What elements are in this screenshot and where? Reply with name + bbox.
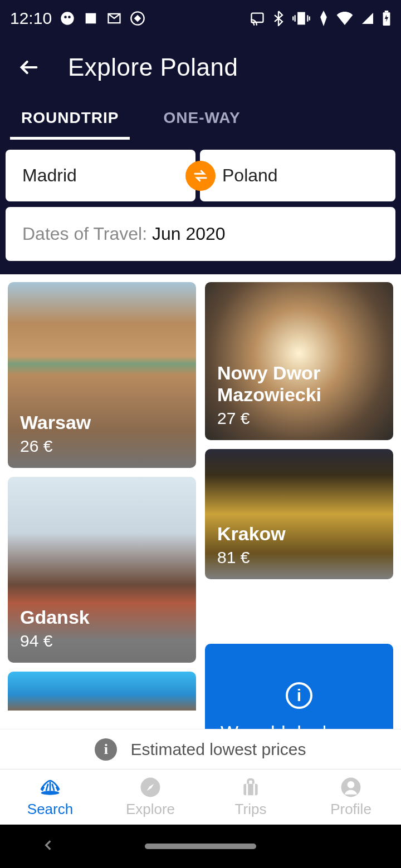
results-area: Warsaw 26 € Nowy Dwor Mazowiecki 27 € Gd… xyxy=(0,274,401,769)
system-home-pill[interactable] xyxy=(145,844,256,849)
trip-type-tabs: ROUNDTRIP ONE-WAY xyxy=(0,101,401,140)
back-button[interactable] xyxy=(16,54,42,81)
nav-trips[interactable]: Trips xyxy=(200,770,301,825)
svg-rect-3 xyxy=(86,13,96,24)
tab-roundtrip[interactable]: ROUNDTRIP xyxy=(10,101,130,140)
svg-rect-6 xyxy=(252,13,263,22)
gmail-icon xyxy=(106,11,122,26)
nav-label: Search xyxy=(27,801,73,818)
app-icon-1 xyxy=(60,11,75,26)
card-price: 81 € xyxy=(217,548,381,567)
destination-card-krakow[interactable]: Krakow 81 € xyxy=(205,449,393,579)
swap-button[interactable] xyxy=(185,161,216,191)
estimated-text: Estimated lowest prices xyxy=(130,740,306,759)
system-back-icon[interactable] xyxy=(41,838,56,855)
nav-label: Profile xyxy=(330,801,371,818)
svg-rect-13 xyxy=(246,784,248,796)
card-name: Krakow xyxy=(217,523,381,545)
dates-value: Jun 2020 xyxy=(152,224,226,244)
status-time: 12:10 xyxy=(10,9,52,28)
page-title: Explore Poland xyxy=(68,53,238,81)
origin-field[interactable]: Madrid xyxy=(6,150,195,201)
svg-point-1 xyxy=(64,16,67,18)
tab-oneway[interactable]: ONE-WAY xyxy=(152,101,251,140)
header: Explore Poland xyxy=(0,37,401,90)
battery-charging-icon xyxy=(382,11,391,26)
card-name: Nowy Dwor Mazowiecki xyxy=(217,362,381,406)
card-price: 26 € xyxy=(20,437,184,456)
bluetooth-icon xyxy=(273,11,284,26)
nav-search[interactable]: Search xyxy=(0,770,100,825)
bottom-nav: Search Explore Trips Profile xyxy=(0,769,401,825)
compass-icon xyxy=(139,776,162,798)
system-nav-bar xyxy=(0,825,401,868)
destination-field[interactable]: Poland xyxy=(200,150,395,201)
destination-card-gdansk[interactable]: Gdansk 94 € xyxy=(8,477,196,663)
info-icon: i xyxy=(95,738,117,761)
card-name: Warsaw xyxy=(20,412,184,433)
signal-icon xyxy=(361,12,374,25)
svg-rect-7 xyxy=(298,13,304,24)
app-icon-2 xyxy=(83,11,99,26)
status-bar: 12:10 xyxy=(0,0,401,37)
destination-card-nowy[interactable]: Nowy Dwor Mazowiecki 27 € xyxy=(205,282,393,440)
dates-field[interactable]: Dates of Travel: Jun 2020 xyxy=(6,207,395,261)
search-icon xyxy=(39,776,61,798)
card-price: 27 € xyxy=(217,409,381,428)
svg-point-2 xyxy=(68,16,71,18)
card-name: Gdansk xyxy=(20,606,184,628)
location-icon xyxy=(319,11,329,26)
svg-point-10 xyxy=(41,791,60,795)
wifi-icon xyxy=(336,12,353,25)
estimated-prices-bar: i Estimated lowest prices xyxy=(0,729,401,769)
nav-label: Explore xyxy=(126,801,175,818)
svg-point-16 xyxy=(348,781,355,788)
destination-card-warsaw[interactable]: Warsaw 26 € xyxy=(8,282,196,468)
nav-profile[interactable]: Profile xyxy=(301,770,401,825)
svg-rect-14 xyxy=(253,784,255,796)
svg-rect-12 xyxy=(243,784,257,796)
app-icon-3 xyxy=(130,11,145,26)
svg-rect-9 xyxy=(385,11,388,12)
cast-icon xyxy=(250,11,265,26)
destination-card-partial[interactable] xyxy=(8,672,196,711)
profile-icon xyxy=(340,776,362,798)
dates-label: Dates of Travel: xyxy=(22,224,152,244)
nav-label: Trips xyxy=(235,801,267,818)
search-form: Madrid Poland Dates of Travel: Jun 2020 xyxy=(0,140,401,274)
nav-explore[interactable]: Explore xyxy=(100,770,200,825)
suitcase-icon xyxy=(239,776,262,798)
card-price: 94 € xyxy=(20,632,184,650)
svg-point-0 xyxy=(61,12,74,24)
info-icon: i xyxy=(286,682,312,709)
vibrate-icon xyxy=(292,11,311,26)
